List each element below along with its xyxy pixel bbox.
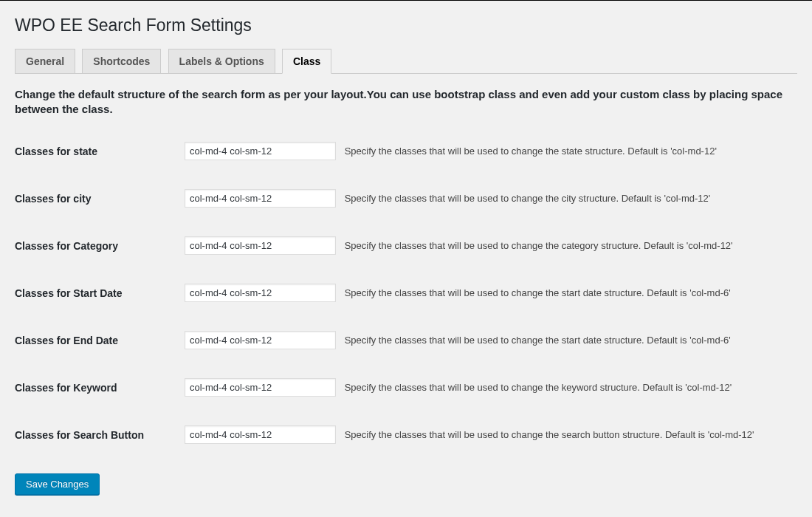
row-start-date: Classes for Start Date Specify the class…: [15, 270, 797, 317]
tab-shortcodes[interactable]: Shortcodes: [82, 49, 161, 74]
input-search-button-classes[interactable]: [185, 425, 336, 444]
tab-labels-options[interactable]: Labels & Options: [168, 49, 275, 74]
row-search-button: Classes for Search Button Specify the cl…: [15, 411, 797, 459]
input-start-date-classes[interactable]: [185, 284, 336, 302]
row-category: Classes for Category Specify the classes…: [15, 222, 797, 270]
label-end-date: Classes for End Date: [15, 317, 177, 364]
row-city: Classes for city Specify the classes tha…: [15, 175, 797, 222]
label-keyword: Classes for Keyword: [15, 364, 177, 411]
label-category: Classes for Category: [15, 222, 177, 270]
row-keyword: Classes for Keyword Specify the classes …: [15, 364, 797, 411]
hint-search-button: Specify the classes that will be used to…: [345, 429, 754, 440]
row-end-date: Classes for End Date Specify the classes…: [15, 317, 797, 364]
label-search-button: Classes for Search Button: [15, 411, 177, 459]
hint-city: Specify the classes that will be used to…: [345, 193, 711, 204]
label-start-date: Classes for Start Date: [15, 270, 177, 317]
settings-form-table: Classes for state Specify the classes th…: [15, 128, 797, 459]
input-city-classes[interactable]: [185, 189, 336, 208]
input-end-date-classes[interactable]: [185, 331, 336, 349]
save-changes-button[interactable]: Save Changes: [15, 473, 100, 495]
hint-state: Specify the classes that will be used to…: [345, 145, 717, 157]
tab-general[interactable]: General: [15, 49, 75, 74]
tab-description: Change the default structure of the sear…: [15, 87, 797, 117]
label-state: Classes for state: [15, 128, 177, 175]
tabs-nav: General Shortcodes Labels & Options Clas…: [15, 49, 797, 74]
tab-class[interactable]: Class: [282, 49, 331, 74]
hint-start-date: Specify the classes that will be used to…: [345, 287, 731, 298]
input-category-classes[interactable]: [185, 236, 336, 255]
label-city: Classes for city: [15, 175, 177, 222]
page-title: WPO EE Search Form Settings: [15, 16, 797, 35]
hint-category: Specify the classes that will be used to…: [345, 240, 733, 251]
hint-end-date: Specify the classes that will be used to…: [345, 335, 731, 346]
row-state: Classes for state Specify the classes th…: [15, 128, 797, 175]
input-state-classes[interactable]: [185, 142, 336, 160]
hint-keyword: Specify the classes that will be used to…: [345, 382, 732, 393]
input-keyword-classes[interactable]: [185, 378, 336, 397]
